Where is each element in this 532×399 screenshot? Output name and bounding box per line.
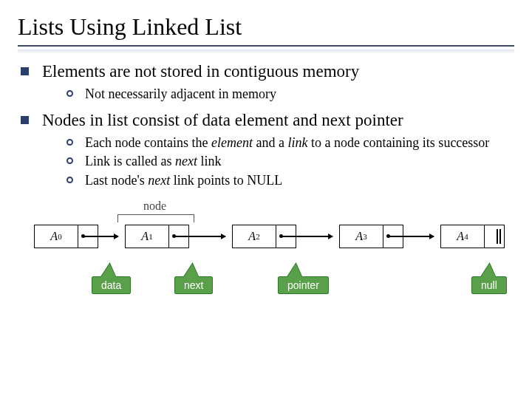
square-bullet-icon <box>21 116 29 124</box>
bullet-1: Elements are not stored in contiguous me… <box>18 61 514 83</box>
node-3: A3 <box>339 225 403 248</box>
callout-null: null <box>471 276 507 294</box>
null-terminator-icon <box>499 229 501 244</box>
square-bullet-icon <box>21 67 29 75</box>
bullet-2-sub-1: Each node contains the element and a lin… <box>66 134 514 151</box>
node-row: A0 A1 A2 A3 A4 <box>34 225 505 248</box>
brace-icon <box>117 214 194 222</box>
callout-data: data <box>92 276 131 294</box>
circle-bullet-icon <box>66 90 73 97</box>
circle-bullet-icon <box>66 157 73 164</box>
bullet-1-sub-1: Not necessarily adjacent in memory <box>66 86 514 103</box>
bullet-2: Nodes in list consist of data element an… <box>18 110 514 132</box>
node-1: A1 <box>125 225 189 248</box>
title-fade <box>18 50 514 54</box>
node-2: A2 <box>232 225 296 248</box>
arrow-icon <box>175 236 225 237</box>
bullet-2-text: Nodes in list consist of data element an… <box>42 110 403 132</box>
linked-list-diagram: node A0 A1 A2 A3 A4 <box>18 200 514 310</box>
callout-next: next <box>174 276 213 294</box>
bullet-1-text: Elements are not stored in contiguous me… <box>42 61 359 83</box>
arrow-icon <box>389 236 434 237</box>
arrow-icon <box>282 236 332 237</box>
slide-content: Elements are not stored in contiguous me… <box>0 61 532 310</box>
arrow-icon <box>84 236 118 237</box>
bullet-2-sub-2-text: Link is called as next link <box>85 153 221 170</box>
slide-title: Lists Using Linked List <box>0 0 532 45</box>
node-brace-label: node <box>143 200 166 213</box>
bullet-2-sub-3-text: Last node's next link points to NULL <box>85 172 282 189</box>
circle-bullet-icon <box>66 139 73 146</box>
node-4: A4 <box>440 225 505 248</box>
callout-pointer: pointer <box>278 276 329 294</box>
bullet-2-sub-1-text: Each node contains the element and a lin… <box>85 134 489 151</box>
circle-bullet-icon <box>66 177 73 183</box>
bullet-1-sub-1-text: Not necessarily adjacent in memory <box>85 86 276 103</box>
node-0: A0 <box>34 225 98 248</box>
bullet-2-sub-3: Last node's next link points to NULL <box>66 172 514 189</box>
title-underline <box>18 45 514 47</box>
bullet-2-sub-2: Link is called as next link <box>66 153 514 170</box>
